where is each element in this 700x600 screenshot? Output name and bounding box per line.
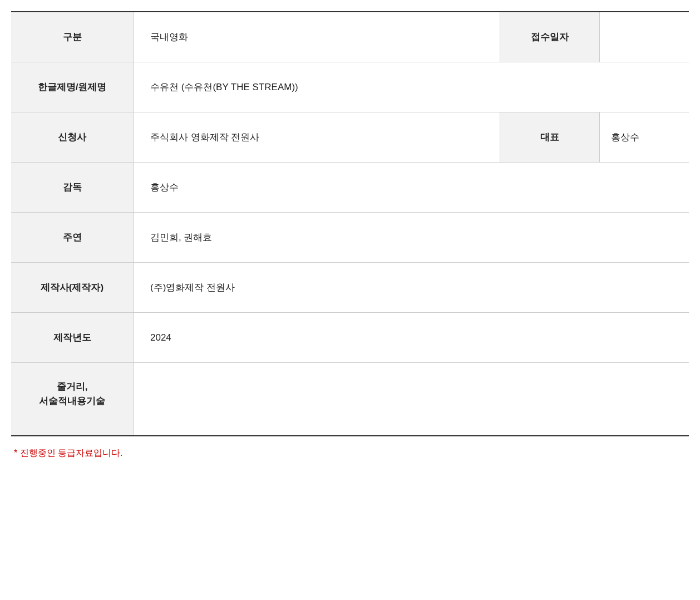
table-row: 줄거리, 서술적내용기술 <box>11 363 689 435</box>
value-production-year: 2024 <box>134 313 689 362</box>
info-table: 구분 국내영화 접수일자 한글제명/원제명 수유천 (수유천(BY THE ST… <box>11 11 689 436</box>
value-cast: 김민희, 권해효 <box>134 213 689 262</box>
label-representative: 대표 <box>500 112 600 162</box>
label-production-year: 제작년도 <box>11 313 134 362</box>
value-gubun: 국내영화 <box>134 12 500 62</box>
label-title: 한글제명/원제명 <box>11 62 134 112</box>
label-cast: 주연 <box>11 213 134 262</box>
value-applicant: 주식회사 영화제작 전원사 <box>134 112 500 162</box>
label-director: 감독 <box>11 163 134 212</box>
label-applicant: 신청사 <box>11 112 134 162</box>
value-title: 수유천 (수유천(BY THE STREAM)) <box>134 62 689 112</box>
label-reception-date: 접수일자 <box>500 12 600 62</box>
table-row: 한글제명/원제명 수유천 (수유천(BY THE STREAM)) <box>11 62 689 112</box>
table-row: 제작년도 2024 <box>11 313 689 363</box>
value-representative: 홍상수 <box>600 112 689 162</box>
notice-text: * 진행중인 등급자료입니다. <box>11 447 689 459</box>
table-row: 주연 김민희, 권해효 <box>11 213 689 263</box>
label-production-company: 제작사(제작자) <box>11 263 134 312</box>
table-row: 제작사(제작자) (주)영화제작 전원사 <box>11 263 689 313</box>
value-director: 홍상수 <box>134 163 689 212</box>
table-row: 구분 국내영화 접수일자 <box>11 12 689 62</box>
value-synopsis <box>134 363 689 435</box>
value-production-company: (주)영화제작 전원사 <box>134 263 689 312</box>
table-row: 신청사 주식회사 영화제작 전원사 대표 홍상수 <box>11 112 689 163</box>
label-gubun: 구분 <box>11 12 134 62</box>
value-reception-date <box>600 12 689 62</box>
table-row: 감독 홍상수 <box>11 163 689 213</box>
label-synopsis: 줄거리, 서술적내용기술 <box>11 363 134 435</box>
